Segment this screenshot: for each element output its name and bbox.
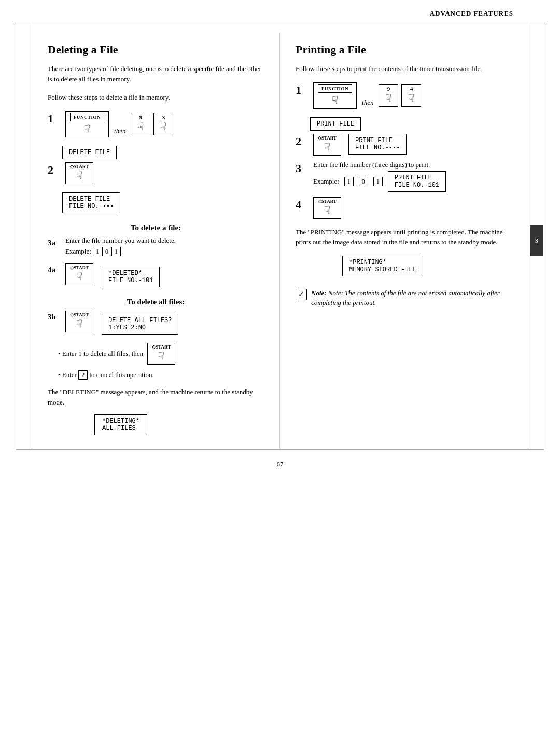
function-finger: ☟ [84, 122, 90, 135]
right-step-3: 3 Enter the file number (three digits) t… [296, 161, 512, 192]
right-step-3-content: Enter the file number (three digits) to … [313, 161, 446, 192]
display-print-file: PRINT FILE [310, 117, 361, 131]
example-label-3a: Example: [65, 247, 91, 255]
right-intro: Follow these steps to print the contents… [296, 64, 512, 74]
right-step-number-1: 1 [296, 83, 310, 97]
right-digit-1: 1 [344, 177, 354, 186]
right-step-1-content: FUNCTION ☟ then 9 ☟ 4 ☟ [313, 82, 421, 109]
bullet-1-row: • Enter 1 to delete all files, then ◇STA… [58, 343, 264, 365]
display-printing: *PRINTING* MEMORY STORED FILE [342, 256, 423, 276]
page-footer: 67 [0, 450, 560, 474]
function-label: FUNCTION [70, 113, 104, 121]
tab-marker: 3 [530, 225, 543, 256]
step-3a-text: Enter the file number you want to delete… [65, 236, 176, 245]
note-text: Note: Note: The contents of the file are… [311, 288, 512, 308]
right-step-number-2: 2 [296, 135, 310, 148]
display-deleting: *DELETING* ALL FILES [94, 414, 147, 435]
delete-msg: The "DELETING" message appears, and the … [48, 387, 264, 407]
start-diamond-4a: ◇START [70, 265, 89, 270]
start-key-3b: ◇START ☟ [65, 311, 93, 332]
page-header: ADVANCED FEATURES [16, 0, 544, 22]
start-finger-bullet1: ☟ [158, 350, 164, 362]
display-delete-all: DELETE ALL FILES? 1:YES 2:NO [102, 314, 178, 335]
start-key-bullet1: ◇START ☟ [147, 343, 175, 365]
start-finger-2: ☟ [76, 169, 82, 182]
left-section-title: Deleting a File [48, 43, 264, 57]
right-step-2: 2 ◇START ☟ PRINT FILE FILE NO.-▪▪▪ [296, 134, 512, 156]
display-delete-file: DELETE FILE [62, 146, 117, 159]
display-delete-file-no: DELETE FILE FILE NO.-▪▪▪ [62, 192, 120, 213]
right-step-2-content: ◇START ☟ PRINT FILE FILE NO.-▪▪▪ [313, 134, 407, 156]
right-start-finger-4: ☟ [324, 204, 330, 216]
page-number: 67 [277, 460, 284, 468]
left-step-3b: 3b ◇START ☟ DELETE ALL FILES? 1:YES 2:NO [48, 311, 264, 338]
digit-2-bullet: 2 [78, 370, 88, 380]
step-number-1: 1 [48, 112, 62, 126]
start-diamond-bullet1: ◇START [152, 344, 171, 350]
step-label-3b: 3b [48, 313, 62, 322]
right-step-number-3: 3 [296, 162, 310, 175]
right-step-4: 4 ◇START ☟ [296, 197, 512, 219]
right-then-label-1: then [362, 99, 373, 109]
print-msg: The "PRINTING" message appears until pri… [296, 227, 512, 247]
key-9-finger: ☟ [137, 120, 144, 133]
right-step-3-example: Example: 101 PRINT FILE FILE NO.-101 [313, 171, 446, 192]
start-finger-4a: ☟ [76, 270, 82, 283]
step-label-4a: 4a [48, 266, 62, 274]
right-step-3-text: Enter the file number (three digits) to … [313, 161, 446, 169]
right-key-4-label: 4 [410, 86, 413, 92]
bullet-2-text: • Enter 2 to cancel this operation. [58, 370, 264, 380]
digit-0-3a: 0 [102, 247, 111, 256]
right-start-diamond-2: ◇START [318, 135, 337, 141]
note-content: Note: The contents of the file are not e… [311, 289, 500, 307]
then-label-1: then [114, 127, 125, 137]
step-number-2: 2 [48, 163, 62, 177]
left-step-2: 2 ◇START ☟ [48, 162, 264, 184]
left-step-4a: 4a ◇START ☟ *DELETED* FILE NO.-101 [48, 263, 264, 290]
digit-2-3a: 1 [111, 247, 121, 256]
right-start-finger-2: ☟ [324, 141, 330, 153]
digit-1-3a: 1 [93, 247, 102, 256]
display-deleted: *DELETED* FILE NO.-101 [102, 267, 160, 287]
key-3-finger: ☟ [160, 120, 166, 133]
display-print-file-no: PRINT FILE FILE NO.-▪▪▪ [348, 134, 407, 155]
start-diamond-3b: ◇START [70, 312, 89, 317]
display-print-file-101: PRINT FILE FILE NO.-101 [388, 171, 446, 192]
left-intro: There are two types of file deleting, on… [48, 64, 264, 84]
start-diamond-2: ◇START [70, 164, 89, 169]
bullet-1-text: • Enter 1 to delete all files, then [58, 349, 143, 359]
right-step-number-4: 4 [296, 198, 310, 212]
step-3a-example: Example: 101 [65, 247, 176, 256]
start-key-2: ◇START ☟ [65, 162, 93, 184]
subsection-delete-all: To delete all files: [48, 298, 264, 307]
left-step-1: 1 FUNCTION ☟ then 9 ☟ 3 [48, 111, 264, 137]
right-key-9-label: 9 [387, 86, 390, 92]
right-key-9-finger: ☟ [385, 92, 391, 104]
right-start-key-2: ◇START ☟ [313, 134, 341, 156]
right-step-1: 1 FUNCTION ☟ then 9 ☟ 4 ☟ [296, 82, 512, 109]
right-start-key-4: ◇START ☟ [313, 197, 341, 219]
right-column: 3 Printing a File Follow these steps to … [280, 33, 528, 449]
right-function-key: FUNCTION ☟ [313, 82, 357, 109]
right-start-diamond-4: ◇START [318, 199, 337, 204]
right-section-title: Printing a File [296, 43, 512, 57]
right-key-4: 4 ☟ [401, 84, 421, 107]
left-column: Deleting a File There are two types of f… [32, 33, 280, 449]
key-9-label: 9 [139, 114, 143, 120]
example-label-3: Example: [313, 177, 339, 186]
start-finger-3b: ☟ [76, 317, 82, 330]
header-title: ADVANCED FEATURES [430, 9, 513, 17]
key-3-label: 3 [162, 114, 165, 120]
bullet-2-content: • Enter [58, 371, 78, 379]
left-step-intro: Follow these steps to delete a file in m… [48, 92, 264, 103]
subsection-delete-file: To delete a file: [48, 224, 264, 232]
right-step-1-keys: FUNCTION ☟ then 9 ☟ 4 ☟ [313, 82, 421, 109]
right-function-label: FUNCTION [318, 84, 352, 93]
left-step-3a: 3a Enter the file number you want to del… [48, 236, 264, 258]
step-1-keys: FUNCTION ☟ then 9 ☟ 3 ☟ [65, 111, 173, 137]
bullet-2-suffix: to cancel this operation. [88, 371, 153, 379]
step-label-3a: 3a [48, 239, 62, 247]
step-3a-content: Enter the file number you want to delete… [65, 236, 176, 258]
right-digit-2: 1 [373, 177, 383, 186]
right-function-finger: ☟ [332, 94, 338, 106]
